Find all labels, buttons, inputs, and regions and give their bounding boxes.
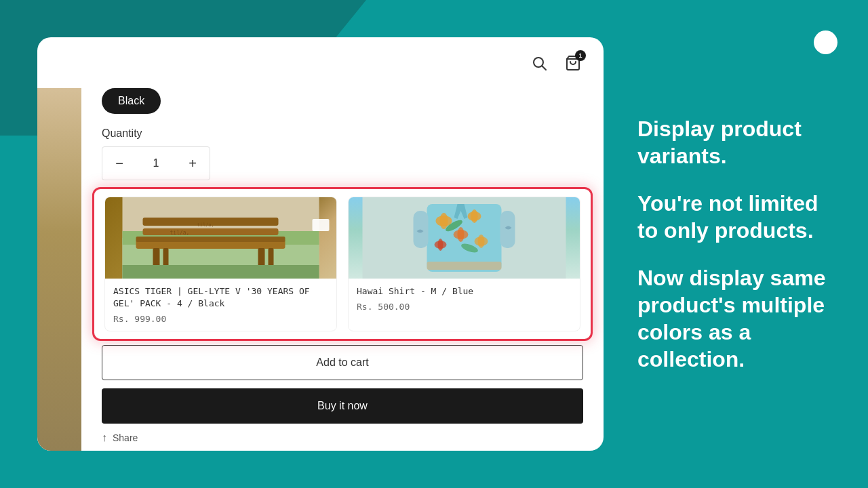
product-image-strip	[37, 88, 81, 451]
right-panel-text1: Display product variants.	[637, 115, 834, 169]
svg-rect-7	[143, 228, 279, 235]
svg-rect-11	[163, 248, 169, 267]
quantity-value: 1	[136, 157, 176, 169]
main-card: 1 Black Quantity − 1 +	[37, 37, 604, 451]
svg-text:til/a,: til/a,	[170, 230, 190, 236]
svg-rect-14	[123, 265, 319, 279]
quantity-control: − 1 +	[102, 146, 210, 180]
color-black-button[interactable]: Black	[102, 88, 161, 114]
product-card-shirt[interactable]: Hawai Shirt - M / Blue Rs. 500.00	[348, 197, 580, 331]
quantity-label: Quantity	[102, 127, 583, 140]
quantity-decrease-button[interactable]: −	[102, 147, 136, 180]
product-card-bench-info: ASICS TIGER | GEL-LYTE V '30 YEARS OF GE…	[105, 279, 336, 331]
product-card-shirt-name: Hawai Shirt - M / Blue	[357, 285, 572, 298]
svg-point-21	[440, 213, 448, 229]
search-button[interactable]	[529, 53, 549, 73]
svg-text:til/a,: til/a,	[197, 222, 214, 228]
share-icon: ↑	[102, 432, 107, 444]
cart-button[interactable]: 1	[563, 53, 583, 73]
svg-point-23	[471, 209, 478, 223]
product-image-shirt	[349, 197, 580, 279]
right-panel-text3: Now display same product's multiple colo…	[637, 264, 834, 373]
product-card-bench-name: ASICS TIGER | GEL-LYTE V '30 YEARS OF GE…	[113, 285, 328, 310]
svg-rect-9	[136, 237, 285, 242]
card-header: 1	[37, 37, 604, 88]
product-card-bench-price: Rs. 999.00	[113, 314, 328, 324]
product-card-shirt-price: Rs. 500.00	[357, 302, 572, 312]
svg-rect-17	[313, 219, 330, 231]
share-label: Share	[113, 432, 138, 443]
svg-rect-32	[427, 262, 502, 270]
buy-now-button[interactable]: Buy it now	[102, 388, 583, 424]
svg-line-1	[542, 66, 547, 70]
quantity-increase-button[interactable]: +	[176, 147, 210, 180]
svg-point-27	[438, 239, 443, 251]
product-grid-wrapper: til/a, til/a, ASICS TIGER | GEL-LYTE V '…	[102, 194, 583, 334]
right-panel: Display product variants. You're not lim…	[610, 37, 868, 451]
share-row[interactable]: ↑ Share	[102, 432, 583, 444]
product-card-shirt-info: Hawai Shirt - M / Blue Rs. 500.00	[349, 279, 580, 319]
svg-rect-33	[414, 211, 429, 248]
add-to-cart-button[interactable]: Add to cart	[102, 345, 583, 380]
buy-now-label: Buy it now	[317, 400, 368, 411]
product-image-bench: til/a, til/a,	[105, 197, 336, 279]
svg-point-29	[478, 235, 485, 248]
product-grid: til/a, til/a, ASICS TIGER | GEL-LYTE V '…	[102, 194, 583, 334]
card-content: Black Quantity − 1 +	[81, 88, 604, 451]
svg-rect-13	[269, 248, 274, 267]
add-to-cart-label: Add to cart	[316, 357, 368, 368]
product-card-bench[interactable]: til/a, til/a, ASICS TIGER | GEL-LYTE V '…	[104, 197, 337, 331]
svg-rect-34	[500, 211, 515, 248]
color-label: Black	[118, 95, 144, 107]
svg-point-25	[458, 227, 465, 242]
cart-badge: 1	[575, 50, 586, 61]
right-panel-text2: You're not limited to only products.	[637, 190, 834, 244]
